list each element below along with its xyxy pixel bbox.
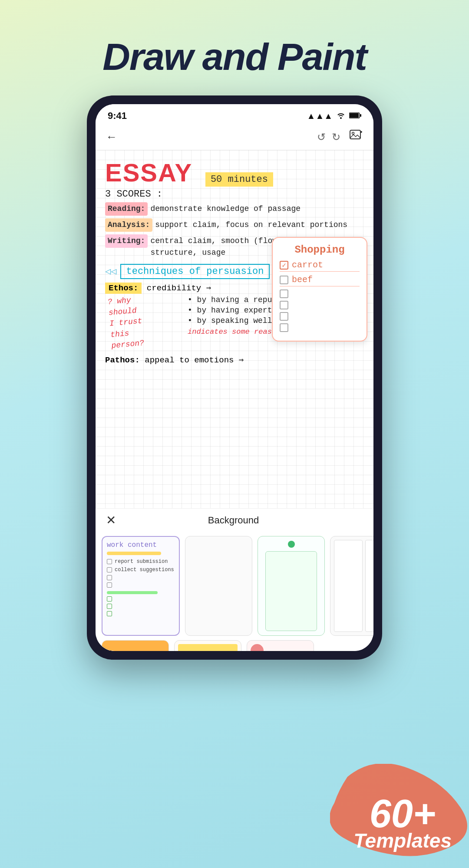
work-row-green1	[107, 596, 175, 602]
empty-row-2	[280, 301, 360, 309]
note-area: ESSAY 50 minutes 3 SCORES : Reading: dem…	[96, 150, 373, 508]
red-dot	[251, 644, 264, 651]
work-row-report: report submission	[107, 559, 175, 565]
empty-checkbox-1[interactable]	[280, 289, 288, 298]
template-two-col[interactable]	[330, 536, 373, 636]
templates-badge: 60+ Templates	[353, 794, 460, 855]
app-bar-right: ↺ ↻	[317, 128, 363, 145]
svg-point-4	[352, 132, 354, 135]
collect-suggestions-text: collect suggestions	[115, 567, 174, 573]
checklist-header-bar	[178, 644, 238, 651]
empty-checkbox-4[interactable]	[280, 323, 288, 332]
pathos-label: Pathos:	[105, 355, 140, 365]
work-row-empty1	[107, 575, 175, 580]
templates-count-label: Templates	[353, 831, 452, 851]
persuasion-heading: techniques of persuasion	[120, 264, 270, 279]
shopping-item-carrot: ✓ carrot	[280, 260, 360, 272]
template-work-content[interactable]: work content report submission collect s…	[102, 536, 180, 636]
report-checkbox	[107, 559, 112, 564]
left-arrows-icon: ◁◁	[105, 266, 117, 277]
col-right	[365, 540, 374, 632]
templates-strip-row2	[96, 640, 373, 651]
reading-text: demonstrate knowledge of passage	[150, 203, 301, 215]
status-time: 9:41	[108, 110, 127, 122]
ethos-text: credibility ⇒	[147, 283, 211, 293]
background-label: Background	[208, 515, 259, 526]
signal-icon: ▲▲▲	[307, 111, 333, 121]
template-phone[interactable]	[258, 536, 325, 636]
empty-checkbox-3[interactable]	[280, 312, 288, 321]
template-phone-screen	[265, 551, 317, 631]
carrot-checkbox[interactable]: ✓	[280, 261, 288, 270]
col-left	[334, 540, 363, 632]
two-col-row	[334, 540, 373, 632]
work-row-empty2	[107, 582, 175, 588]
essay-title-row: ESSAY 50 minutes	[105, 158, 364, 187]
scores-heading: 3 SCORES :	[105, 189, 364, 200]
phone-mockup: 9:41 ▲▲▲ ← ↺ ↻	[87, 95, 382, 660]
close-button[interactable]: ✕	[106, 513, 116, 527]
svg-rect-2	[360, 114, 361, 117]
score-analysis: Analysis: support claim, focus on releva…	[105, 218, 364, 232]
image-add-button[interactable]	[349, 128, 363, 145]
green-check-3	[107, 611, 112, 616]
beef-checkbox[interactable]	[280, 276, 288, 284]
sixty-plus-number: 60+	[353, 794, 452, 833]
work-row-green2	[107, 604, 175, 609]
pathos-text: appeal to emotions ⇒	[145, 355, 244, 365]
template-blank[interactable]	[185, 536, 252, 636]
question-block: ? why shouldI trust thisperson?	[105, 293, 157, 351]
app-bar: ← ↺ ↻	[96, 125, 373, 150]
phone-inner: 9:41 ▲▲▲ ← ↺ ↻	[96, 104, 373, 651]
work-row-green3	[107, 611, 175, 616]
essay-title: ESSAY	[105, 158, 192, 187]
status-bar: 9:41 ▲▲▲	[96, 104, 373, 125]
work-row-collect: collect suggestions	[107, 567, 175, 573]
orange-header	[102, 641, 168, 651]
empty-checkbox-2[interactable]	[280, 301, 288, 309]
report-submission-text: report submission	[115, 559, 168, 565]
green-check-2	[107, 604, 112, 609]
work-content-title: work content	[107, 541, 175, 549]
svg-rect-1	[350, 113, 359, 118]
green-check-1	[107, 596, 112, 602]
templates-strip-row1: work content report submission collect s…	[96, 532, 373, 640]
carrot-label: carrot	[292, 260, 323, 270]
shopping-item-beef: beef	[280, 275, 360, 286]
template-orange-bar[interactable]	[102, 640, 169, 651]
shopping-card: Shopping ✓ carrot beef	[272, 237, 367, 342]
trust-question: ? why shouldI trust thisperson?	[107, 293, 160, 351]
reading-label: Reading:	[105, 202, 148, 216]
score-reading: Reading: demonstrate knowledge of passag…	[105, 202, 364, 216]
shopping-empty-rows	[280, 289, 360, 332]
work-green-bar	[107, 591, 158, 594]
template-checklist[interactable]	[174, 640, 241, 651]
undo-button[interactable]: ↺	[317, 131, 326, 143]
template-red-card[interactable]	[247, 640, 314, 651]
back-button[interactable]: ←	[106, 130, 117, 144]
wifi-icon	[336, 111, 346, 121]
analysis-label: Analysis:	[105, 218, 152, 232]
pathos-row: Pathos: appeal to emotions ⇒	[105, 355, 364, 365]
battery-icon	[349, 111, 361, 121]
ethos-label: Ethos:	[105, 283, 142, 294]
empty-row-4	[280, 323, 360, 332]
redo-button[interactable]: ↻	[332, 131, 340, 143]
empty-work-check-1	[107, 575, 112, 580]
shopping-title: Shopping	[280, 244, 360, 256]
analysis-text: support claim, focus on relevant portion…	[155, 219, 347, 231]
page-title: Draw and Paint	[0, 35, 469, 79]
empty-row-1	[280, 289, 360, 298]
essay-minutes: 50 minutes	[205, 172, 273, 187]
empty-work-check-2	[107, 582, 112, 588]
template-phone-dot	[288, 541, 295, 548]
undo-redo-group: ↺ ↻	[317, 131, 340, 143]
phone-frame: 9:41 ▲▲▲ ← ↺ ↻	[87, 95, 382, 660]
collect-checkbox	[107, 567, 112, 572]
work-content-yellow-bar	[107, 552, 161, 555]
status-icons: ▲▲▲	[307, 111, 361, 121]
writing-label: Writing:	[105, 234, 148, 248]
empty-row-3	[280, 312, 360, 321]
svg-rect-3	[350, 130, 360, 139]
bottom-toolbar: ✕ Background	[96, 508, 373, 532]
